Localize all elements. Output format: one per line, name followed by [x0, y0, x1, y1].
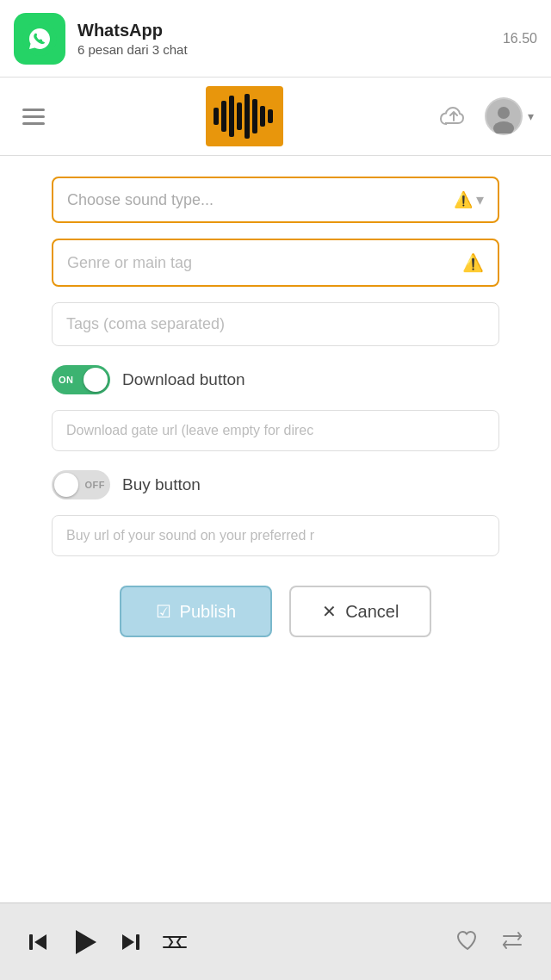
buy-toggle-switch[interactable]: OFF: [52, 470, 110, 499]
publish-label: Publish: [180, 602, 237, 622]
download-button-label: Download button: [122, 370, 245, 389]
notification-time: 16.50: [503, 31, 537, 47]
download-url-wrap: [52, 410, 499, 451]
action-buttons: ☑ Publish ✕ Cancel: [52, 586, 499, 637]
svg-rect-5: [245, 94, 250, 139]
logo-container: [50, 86, 438, 146]
cancel-button[interactable]: ✕ Cancel: [289, 586, 431, 637]
app-logo: [206, 86, 283, 146]
buy-toggle-row: OFF Buy button: [52, 470, 499, 499]
chevron-down-icon: ▾: [528, 109, 534, 123]
svg-rect-12: [29, 934, 33, 950]
svg-rect-1: [214, 108, 219, 125]
play-button[interactable]: [69, 927, 100, 958]
genre-warning-icon: ⚠️: [462, 252, 484, 273]
warning-icon: ⚠️: [454, 190, 473, 209]
notification-title: WhatsApp: [77, 21, 494, 40]
sound-type-placeholder: Choose sound type...: [67, 191, 454, 209]
player-right: [455, 928, 525, 956]
whatsapp-icon: [14, 13, 65, 65]
avatar-container[interactable]: ▾: [485, 97, 534, 135]
dropdown-arrow-icon: ▾: [476, 190, 484, 209]
notification-subtitle: 6 pesan dari 3 chat: [77, 42, 494, 57]
svg-rect-15: [136, 934, 139, 950]
download-toggle-switch[interactable]: ON: [52, 365, 110, 394]
avatar: [485, 97, 523, 135]
heart-icon[interactable]: [455, 928, 480, 956]
sound-type-select[interactable]: Choose sound type... ⚠️ ▾: [52, 177, 499, 223]
download-toggle-row: ON Download button: [52, 365, 499, 394]
svg-marker-13: [34, 934, 46, 950]
publish-button[interactable]: ☑ Publish: [120, 586, 273, 637]
svg-rect-2: [221, 101, 226, 132]
toggle-on-label: ON: [59, 375, 74, 385]
skip-prev-button[interactable]: [26, 930, 50, 954]
skip-next-button[interactable]: [119, 930, 143, 954]
hamburger-menu-icon[interactable]: [17, 103, 50, 130]
svg-point-10: [498, 107, 510, 119]
main-content: Choose sound type... ⚠️ ▾ ⚠️ ON Download…: [0, 156, 551, 902]
notification-bar: WhatsApp 6 pesan dari 3 chat 16.50: [0, 0, 551, 78]
toggle-knob: [84, 368, 108, 392]
tags-input-wrap: [52, 302, 499, 346]
svg-rect-7: [260, 106, 265, 127]
svg-marker-16: [122, 934, 134, 950]
svg-rect-6: [252, 99, 257, 133]
shuffle-button[interactable]: [162, 930, 188, 954]
genre-input-wrap: ⚠️: [52, 239, 499, 287]
bottom-player: [0, 902, 551, 980]
genre-input[interactable]: [67, 254, 462, 272]
header-right: ▾: [438, 97, 534, 135]
player-controls: [26, 927, 455, 958]
publish-check-icon: ☑: [156, 601, 171, 622]
buy-url-input[interactable]: [66, 528, 485, 543]
app-header: ▾: [0, 78, 551, 156]
svg-rect-4: [237, 102, 242, 130]
repeat-icon[interactable]: [499, 928, 525, 956]
upload-icon[interactable]: [438, 101, 469, 132]
svg-rect-3: [229, 96, 234, 137]
buy-toggle-knob: [54, 473, 78, 497]
buy-url-wrap: [52, 515, 499, 556]
buy-button-label: Buy button: [122, 475, 201, 494]
svg-rect-8: [268, 109, 273, 123]
notification-text: WhatsApp 6 pesan dari 3 chat: [77, 21, 494, 57]
toggle-off-label: OFF: [85, 480, 106, 490]
tags-input[interactable]: [66, 315, 485, 333]
download-url-input[interactable]: [66, 423, 485, 438]
cancel-label: Cancel: [345, 602, 399, 622]
cancel-x-icon: ✕: [322, 601, 337, 622]
svg-marker-14: [76, 930, 96, 954]
